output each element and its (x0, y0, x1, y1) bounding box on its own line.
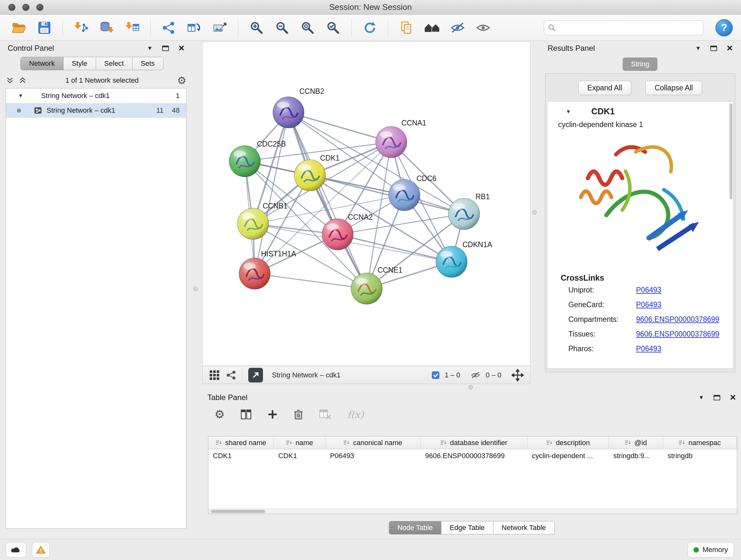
copy-document-button[interactable] (396, 17, 417, 38)
pan-crosshair-icon[interactable] (512, 369, 524, 381)
network-overview-icon[interactable] (226, 370, 237, 380)
tab-network[interactable]: Network (21, 57, 63, 70)
network-collection-row[interactable]: ▼ String Network – cdk1 1 (6, 88, 186, 103)
network-node-CCNB1[interactable]: CCNB1 (238, 202, 287, 240)
function-builder-button[interactable]: f(x) (347, 409, 363, 420)
hidden-eye-slash-icon[interactable] (470, 371, 481, 379)
network-options-gear-icon[interactable]: ⚙ (177, 75, 186, 85)
column-header[interactable]: @id (609, 436, 663, 449)
float-panel-icon[interactable] (711, 46, 717, 51)
add-column-icon[interactable] (267, 409, 278, 420)
table-horizontal-scrollbar[interactable] (208, 509, 737, 514)
column-header[interactable]: name (274, 436, 326, 449)
zoom-out-button[interactable] (272, 17, 293, 38)
collapse-all-button[interactable]: Collapse All (645, 81, 702, 95)
node-sphere[interactable] (351, 273, 382, 304)
collapse-all-icon[interactable] (18, 77, 27, 84)
zoom-selected-button[interactable] (323, 17, 344, 38)
float-panel-icon[interactable] (714, 395, 720, 400)
zoom-fit-button[interactable] (297, 17, 318, 38)
scrollbar-thumb[interactable] (211, 510, 265, 513)
minimize-window-button[interactable] (22, 4, 29, 11)
home-button[interactable] (421, 17, 443, 38)
node-sphere[interactable] (436, 246, 467, 277)
network-from-selection-button[interactable] (158, 17, 179, 38)
network-graph[interactable]: CCNB2CCNA1CDC25BCDK1CDC6RB1CCNB1CCNA2CDK… (203, 42, 530, 366)
network-edge-CCNB2-CCNE1[interactable] (288, 112, 367, 289)
tab-node-table[interactable]: Node Table (389, 521, 441, 534)
help-button[interactable]: ? (716, 19, 733, 37)
zoom-window-button[interactable] (37, 4, 44, 11)
node-sphere[interactable] (273, 97, 304, 128)
column-header[interactable]: canonical name (326, 436, 421, 449)
search-input[interactable] (559, 23, 699, 32)
column-header[interactable]: shared name (208, 436, 274, 449)
network-node-HIST1H1A[interactable]: HIST1H1A (239, 250, 296, 289)
import-network-database-button[interactable] (96, 17, 117, 38)
network-node-CDK1[interactable]: CDK1 (294, 154, 340, 191)
crosslink-compartments-link[interactable]: 9606.ENSP00000378699 (636, 315, 719, 324)
node-sphere[interactable] (389, 179, 420, 211)
tab-style[interactable]: Style (63, 57, 96, 70)
results-scrollbar[interactable] (730, 104, 732, 199)
clone-network-button[interactable] (184, 17, 205, 38)
network-node-CCNA1[interactable]: CCNA1 (376, 119, 426, 158)
node-sphere[interactable] (238, 208, 269, 240)
crosslink-pharos-link[interactable]: P06493 (636, 345, 661, 353)
import-table-file-button[interactable] (122, 17, 143, 38)
crosslink-uniprot-link[interactable]: P06493 (636, 286, 661, 294)
close-panel-icon[interactable]: × (730, 393, 736, 401)
memory-button[interactable]: Memory (687, 542, 734, 557)
refresh-view-button[interactable] (359, 17, 381, 38)
crosslink-genecard-link[interactable]: P06493 (636, 300, 661, 309)
hide-selected-button[interactable] (447, 17, 468, 38)
expand-all-button[interactable]: Expand All (578, 81, 631, 95)
export-image-button[interactable] (209, 17, 230, 38)
tab-sets[interactable]: Sets (132, 57, 163, 70)
save-session-button[interactable] (34, 17, 55, 38)
horizontal-splitter-handle[interactable] (468, 385, 473, 389)
cloud-status-button[interactable] (6, 542, 26, 557)
network-edge-HIST1H1A-CCNE1[interactable] (255, 273, 367, 289)
tab-string[interactable]: String (623, 57, 657, 71)
panel-menu-icon[interactable]: ▼ (695, 45, 701, 52)
table-row[interactable]: CDK1 CDK1 P06493 9606.ENSP00000378699 cy… (208, 449, 737, 462)
expand-all-icon[interactable] (6, 77, 14, 84)
section-collapse-icon[interactable]: ▼ (566, 109, 571, 115)
tree-expand-icon[interactable]: ▼ (18, 93, 23, 99)
network-node-CCNB2[interactable]: CCNB2 (273, 87, 324, 128)
network-row-selected[interactable]: String Network – cdk1 11 48 (6, 103, 186, 118)
network-edge-CCNB2-CCNA1[interactable] (288, 112, 391, 142)
node-sphere[interactable] (229, 145, 260, 177)
vertical-splitter-handle-right[interactable] (532, 210, 537, 214)
show-hidden-button[interactable] (473, 17, 494, 38)
network-view-canvas[interactable]: CCNB2CCNA1CDC25BCDK1CDC6RB1CCNB1CCNA2CDK… (202, 42, 530, 366)
float-panel-icon[interactable] (162, 46, 169, 51)
close-panel-icon[interactable]: × (179, 44, 185, 52)
column-header[interactable]: database identifier (421, 436, 528, 449)
open-in-window-button[interactable] (248, 368, 263, 382)
vertical-splitter-handle-left[interactable] (193, 287, 198, 291)
node-sphere[interactable] (376, 126, 407, 158)
crosslink-tissues-link[interactable]: 9606.ENSP00000378699 (636, 330, 719, 338)
delete-column-trash-icon[interactable] (293, 409, 303, 420)
tab-edge-table[interactable]: Edge Table (441, 521, 493, 534)
tab-network-table[interactable]: Network Table (493, 521, 554, 534)
zoom-in-button[interactable] (246, 17, 267, 38)
node-sphere[interactable] (448, 198, 480, 230)
panel-menu-icon[interactable]: ▼ (698, 394, 704, 401)
selected-nodes-checkbox-icon[interactable] (431, 371, 440, 380)
open-session-button[interactable] (8, 17, 29, 38)
panel-menu-icon[interactable]: ▼ (147, 45, 152, 52)
import-network-file-button[interactable] (71, 17, 91, 38)
node-sphere[interactable] (239, 258, 270, 289)
node-sphere[interactable] (294, 160, 326, 191)
table-settings-gear-icon[interactable]: ⚙ (214, 409, 225, 420)
tab-select[interactable]: Select (96, 57, 132, 70)
delete-table-icon[interactable] (319, 409, 331, 420)
warnings-button[interactable] (32, 542, 50, 557)
node-sphere[interactable] (322, 219, 353, 250)
close-panel-icon[interactable]: × (727, 44, 733, 52)
birds-eye-grid-icon[interactable] (209, 370, 220, 381)
column-header[interactable]: description (528, 436, 609, 449)
